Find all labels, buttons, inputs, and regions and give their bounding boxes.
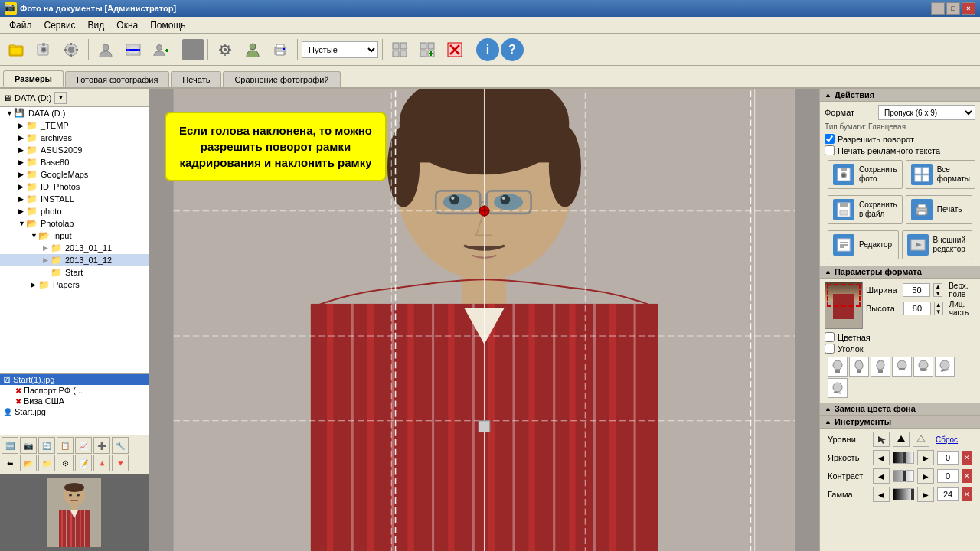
levels-white-btn[interactable] (913, 432, 929, 447)
contrast-left-btn[interactable]: ◀ (873, 468, 890, 484)
format-params-header[interactable]: ▲ Параметры формата (820, 266, 980, 279)
head-btn-2[interactable] (849, 357, 869, 377)
menu-service[interactable]: Сервис (38, 18, 82, 32)
tree-item-2013-01-12[interactable]: ▶ 📁 2013_01_12 (0, 254, 149, 266)
file-tool-9[interactable]: 📂 (20, 455, 37, 471)
tree-item-asus[interactable]: ▶ 📁 ASUS2009 (0, 144, 149, 156)
tree-item-idphotos[interactable]: ▶ 📁 ID_Photos (0, 181, 149, 193)
head-btn-1[interactable] (828, 357, 848, 377)
levels-cursor-btn[interactable] (873, 432, 890, 447)
tab-print[interactable]: Печать (171, 71, 221, 87)
file-item-start[interactable]: 👤 Start.jpg (0, 406, 149, 417)
drive-dropdown-btn[interactable]: ▼ (54, 92, 67, 104)
brightness-slider[interactable] (893, 452, 914, 464)
editor-button[interactable]: Редактор (828, 230, 899, 259)
tab-compare[interactable]: Сравнение фотографий (223, 71, 340, 87)
brightness-right-btn[interactable]: ▶ (917, 450, 934, 465)
width-spin[interactable]: ▲▼ (933, 283, 942, 297)
info-button[interactable]: i (476, 38, 499, 61)
head-btn-7[interactable] (828, 378, 848, 398)
tools-header[interactable]: ▲ Инструменты (820, 416, 980, 429)
gamma-right-btn[interactable]: ▶ (917, 487, 934, 502)
save-file-button[interactable]: Сохранить в файл (828, 195, 903, 224)
minimize-button[interactable]: _ (931, 2, 945, 15)
person-photo-button[interactable] (93, 37, 119, 63)
person-add-button[interactable] (148, 37, 174, 63)
template-dropdown[interactable]: Пустые Все Последние (302, 41, 378, 58)
file-tool-13[interactable]: 🔺 (93, 455, 110, 471)
head-btn-6[interactable] (935, 357, 955, 377)
file-tool-12[interactable]: 📝 (75, 455, 92, 471)
corner-checkbox[interactable] (825, 344, 835, 354)
add-grid-button[interactable] (414, 37, 440, 63)
actions-header[interactable]: ▲ Действия (820, 89, 980, 102)
gamma-reset-btn[interactable]: ✕ (962, 487, 972, 501)
file-item-passport[interactable]: ✖ Паспорт РФ (... (0, 385, 149, 396)
tree-item-temp[interactable]: ▶ 📁 _TEMP (0, 119, 149, 132)
delete-button[interactable] (442, 37, 468, 63)
file-item-start1[interactable]: 🖼 Start(1).jpg (0, 374, 149, 385)
add-photo-button[interactable] (31, 37, 57, 63)
maximize-button[interactable]: □ (946, 2, 960, 15)
file-tool-6[interactable]: ➕ (93, 437, 110, 454)
file-tool-5[interactable]: 📈 (75, 437, 92, 454)
tree-item-photo[interactable]: ▶ 📁 photo (0, 205, 149, 217)
file-tree[interactable]: ▼ 💾 DATA (D:) ▶ 📁 _TEMP ▶ 📁 archives (0, 107, 149, 373)
contrast-slider[interactable] (893, 470, 914, 482)
gear-button[interactable] (212, 37, 238, 63)
open-folder-button[interactable] (3, 37, 29, 63)
bg-color-header[interactable]: ▲ Замена цвета фона (820, 403, 980, 416)
file-tool-10[interactable]: 📁 (38, 455, 55, 471)
external-editor-button[interactable]: Внешний редактор (902, 230, 973, 259)
head-btn-4[interactable] (892, 357, 912, 377)
file-tool-14[interactable]: 🔻 (112, 455, 129, 471)
menu-help[interactable]: Помощь (144, 18, 191, 32)
brightness-left-btn[interactable]: ◀ (873, 450, 890, 465)
contrast-reset-btn[interactable]: ✕ (962, 469, 972, 483)
tree-item-install[interactable]: ▶ 📁 INSTALL (0, 193, 149, 205)
gamma-slider[interactable] (893, 488, 914, 500)
tree-item-start[interactable]: 📁 Start (0, 266, 149, 279)
tree-item-input[interactable]: ▼ 📂 Input (0, 230, 149, 242)
scan-button[interactable] (120, 37, 146, 63)
print-button[interactable] (267, 37, 293, 63)
brightness-reset-btn[interactable]: ✕ (962, 451, 972, 465)
menu-view[interactable]: Вид (82, 18, 111, 32)
head-btn-5[interactable] (913, 357, 933, 377)
file-item-visa[interactable]: ✖ Виза США (0, 396, 149, 406)
height-input[interactable]: 80 (903, 302, 931, 315)
tree-drive[interactable]: ▼ 💾 DATA (D:) (0, 107, 149, 119)
gamma-left-btn[interactable]: ◀ (873, 487, 890, 502)
file-list[interactable]: 🖼 Start(1).jpg ✖ Паспорт РФ (... ✖ Виза … (0, 373, 149, 435)
file-tool-8[interactable]: ⬅ (2, 455, 18, 471)
tab-sizes[interactable]: Размеры (3, 70, 64, 87)
head-btn-3[interactable] (871, 357, 890, 377)
file-tool-3[interactable]: 🔄 (38, 437, 55, 454)
grid-button[interactable] (387, 37, 413, 63)
tree-item-photolab[interactable]: ▼ 📂 Photolab (0, 217, 149, 230)
person-button2[interactable] (240, 37, 266, 63)
width-input[interactable]: 50 (903, 283, 930, 297)
file-tool-11[interactable]: ⚙ (57, 455, 74, 471)
close-button[interactable]: × (962, 2, 975, 15)
tab-ready-photo[interactable]: Готовая фотография (65, 71, 169, 87)
height-spin[interactable]: ▲▼ (934, 302, 943, 315)
contrast-right-btn[interactable]: ▶ (917, 468, 934, 484)
all-formats-button[interactable]: Все форматы (906, 160, 975, 189)
tree-item-archives[interactable]: ▶ 📁 archives (0, 132, 149, 144)
format-select[interactable]: Пропуск (6 x 9) Паспорт РФ (878, 105, 975, 120)
save-photo-button[interactable]: Сохранить фото (828, 160, 903, 189)
menu-windows[interactable]: Окна (110, 18, 144, 32)
print-button[interactable]: Печать (906, 195, 972, 224)
help-button[interactable]: ? (501, 38, 524, 61)
file-tool-4[interactable]: 📋 (57, 437, 74, 454)
levels-black-btn[interactable] (893, 432, 910, 447)
print-ad-checkbox[interactable] (825, 145, 835, 155)
color-checkbox[interactable] (825, 332, 835, 342)
menu-file[interactable]: Файл (3, 18, 38, 32)
levels-reset-btn[interactable]: Сброс (936, 435, 958, 444)
allow-rotation-checkbox[interactable] (825, 134, 835, 144)
gray-square-button[interactable] (182, 39, 204, 60)
file-tool-7[interactable]: 🔧 (112, 437, 129, 454)
file-tool-1[interactable]: 🆕 (2, 437, 18, 454)
